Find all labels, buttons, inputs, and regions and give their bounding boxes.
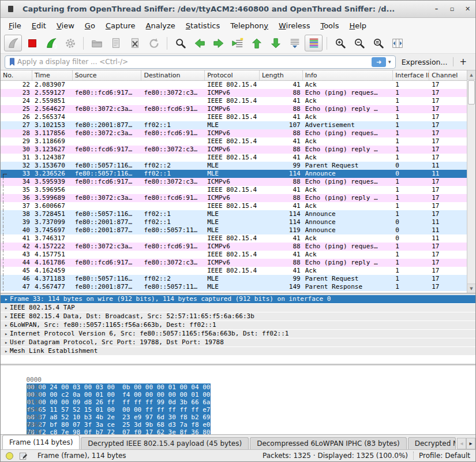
packet-row[interactable]: 42 4.157222 fe80::3072:c3a… fe80::fcd6:9… (1, 243, 467, 251)
menu-telephony[interactable]: Telephony (225, 19, 273, 32)
expander-icon[interactable]: ▸ (1, 295, 10, 303)
file-close-button[interactable] (126, 35, 144, 51)
column-header-proto[interactable]: Protocol (205, 70, 260, 80)
maximize-button[interactable]: ▫ (444, 3, 460, 16)
hex-bytes[interactable]: b8 37 a8 52 10 b3 4b 2e 23 e9 97 6d 30 f… (27, 413, 211, 421)
menu-go[interactable]: Go (80, 19, 100, 32)
expander-icon[interactable]: ▸ (1, 321, 10, 329)
hex-bytes[interactable]: f5 65 11 57 52 15 01 00 00 00 ff ff ff f… (27, 406, 211, 413)
packet-row[interactable]: 24 2.559851 IEEE 802.15.4 41 Ack 1 17 (1, 97, 467, 105)
packet-row[interactable]: 29 3.118669 IEEE 802.15.4 41 Ack 1 17 (1, 137, 467, 146)
packet-row[interactable]: 35 3.596956 IEEE 802.15.4 41 Ack 1 17 (1, 186, 467, 194)
file-open-button[interactable] (88, 35, 106, 51)
menu-edit[interactable]: Edit (27, 19, 51, 32)
go-to-packet-button[interactable] (228, 35, 246, 51)
zoom-in-button[interactable] (331, 35, 349, 51)
status-profile[interactable]: Profile: Default (419, 452, 470, 460)
go-first-button[interactable] (248, 35, 265, 51)
find-packet-button[interactable] (171, 35, 189, 51)
scrollbar-thumb[interactable] (468, 80, 475, 105)
packet-row[interactable]: 45 4.162459 IEEE 802.15.4 41 Ack 1 17 (1, 267, 467, 275)
detail-line[interactable]: ▸ 6LoWPAN, Src: fe80::5057:1165:f56a:663… (1, 321, 475, 329)
scrollbar-track[interactable] (467, 80, 475, 284)
column-header-len[interactable]: Length (260, 70, 303, 80)
packet-row[interactable]: 39 3.737099 fe80::2001:877… ff02::1 MLE … (1, 218, 467, 226)
packet-row[interactable]: 23 2.559127 fe80::fcd6:917… fe80::3072:c… (1, 89, 467, 97)
detail-line[interactable]: ▸ Internet Protocol Version 6, Src: fe80… (1, 330, 475, 338)
column-header-info[interactable]: Info (303, 70, 393, 80)
scrollbar-up-icon[interactable]: ▲ (467, 70, 475, 80)
expression-button[interactable]: Expression... (396, 58, 453, 66)
packet-row[interactable]: 22 2.083907 IEEE 802.15.4 41 Ack 1 17 (1, 81, 467, 89)
minimize-button[interactable]: – (429, 3, 444, 16)
go-forward-button[interactable] (209, 35, 227, 51)
column-header-no[interactable]: No. (1, 70, 32, 80)
packet-row[interactable]: 34 3.595939 fe80::fcd6:917… fe80::3072:c… (1, 178, 467, 186)
vertical-scrollbar[interactable]: ▲ ▼ (467, 70, 475, 293)
display-filter-box[interactable]: ➜ ▾ (5, 55, 396, 69)
go-back-button[interactable] (190, 35, 208, 51)
packet-row[interactable]: 41 3.746317 IEEE 802.15.4 41 Ack 0 11 (1, 234, 467, 243)
tab-scroll-left-icon[interactable]: ◂ (457, 438, 466, 449)
expander-icon[interactable]: ▸ (1, 347, 10, 355)
tab-scroll-right-icon[interactable]: ▸ (466, 438, 475, 449)
packet-row[interactable]: 30 3.123627 fe80::fcd6:917… fe80::3072:c… (1, 146, 467, 154)
detail-line[interactable]: ▸ IEEE 802.15.4 TAP (1, 304, 475, 312)
menu-view[interactable]: View (51, 19, 80, 32)
reload-button[interactable] (145, 35, 163, 51)
auto-scroll-button[interactable] (286, 35, 303, 51)
menu-analyze[interactable]: Analyze (141, 19, 181, 32)
hex-bytes[interactable]: 01 00 00 00 09 d8 26 ff ff ff ff 99 0d 3… (27, 398, 211, 406)
packet-row[interactable]: 36 3.599689 fe80::3072:c3a… fe80::fcd6:9… (1, 194, 467, 202)
packet-row[interactable]: 28 3.117856 fe80::3072:c3a… fe80::fcd6:9… (1, 129, 467, 137)
hex-bytes[interactable]: 78 f2 c8 7e 98 0f b7 72 07 f0 17 62 3e 8… (27, 429, 211, 435)
packet-row[interactable]: 37 3.600667 IEEE 802.15.4 41 Ack 1 17 (1, 202, 467, 210)
zoom-out-button[interactable] (350, 35, 368, 51)
detail-line[interactable]: ▸ Frame 33: 114 bytes on wire (912 bits)… (1, 295, 475, 303)
column-header-time[interactable]: Time (32, 70, 73, 80)
colorize-button[interactable] (305, 35, 323, 51)
packet-row[interactable]: 46 4.371183 fe80::5057:116… ff02::2 MLE … (1, 275, 467, 283)
go-last-button[interactable] (267, 35, 284, 51)
detail-line[interactable]: ▸ Mesh Link Establishment (1, 347, 475, 355)
column-header-chan[interactable]: Channel (429, 70, 467, 80)
packet-row[interactable]: 43 4.157751 IEEE 802.15.4 41 Ack 1 17 (1, 251, 467, 259)
detail-line[interactable]: ▸ User Datagram Protocol, Src Port: 1978… (1, 338, 475, 346)
expander-icon[interactable]: ▸ (1, 338, 10, 346)
packet-row[interactable]: 40 3.745697 fe80::2001:877… fe80::5057:1… (1, 226, 467, 234)
packet-row[interactable]: 44 4.161786 fe80::fcd6:917… fe80::3072:c… (1, 259, 467, 267)
packet-row[interactable]: 27 3.102153 fe80::2001:877… ff02::1 MLE … (1, 121, 467, 129)
column-header-iface[interactable]: Interface ID (393, 70, 429, 80)
packet-row[interactable]: 47 4.567477 fe80::2001:877… fe80::5057:1… (1, 283, 467, 291)
menu-file[interactable]: File (3, 19, 27, 32)
expander-icon[interactable]: ▸ (1, 330, 10, 338)
zoom-original-button[interactable] (369, 35, 387, 51)
expander-icon[interactable]: ▸ (1, 304, 10, 312)
add-filter-button[interactable]: + (453, 57, 471, 67)
file-save-button[interactable] (107, 35, 125, 51)
byte-view-tab[interactable]: Decompressed 6LoWPAN IPHC (83 bytes) (250, 437, 407, 449)
menu-help[interactable]: Help (344, 19, 372, 32)
hex-bytes[interactable]: 73 27 bf 80 07 3f 3a ce 25 3d 9b 68 d3 7… (27, 421, 211, 429)
hex-line[interactable]: 0000 00 00 24 00 03 00 03 00 0b 00 00 00… (11, 368, 475, 376)
packet-row[interactable]: 38 3.728451 fe80::5057:116… ff02::1 MLE … (1, 210, 467, 218)
menu-statistics[interactable]: Statistics (181, 19, 225, 32)
packet-row[interactable]: 33 3.236526 fe80::5057:116… ff02::1 MLE … (1, 170, 467, 178)
menu-wireless[interactable]: Wireless (273, 19, 315, 32)
apply-filter-button[interactable]: ➜ (372, 57, 386, 67)
capture-comment-icon[interactable] (19, 452, 28, 460)
menu-tools[interactable]: Tools (315, 19, 344, 32)
close-button[interactable]: ✕ (460, 3, 475, 16)
filter-bookmark-icon[interactable] (7, 57, 17, 66)
expert-info-icon[interactable] (6, 452, 13, 460)
packet-row[interactable]: 31 3.124387 IEEE 802.15.4 41 Ack 1 17 (1, 154, 467, 162)
resize-columns-button[interactable] (388, 35, 406, 51)
hex-bytes[interactable]: 00 00 00 c2 0a 00 01 00 f4 00 00 00 00 0… (27, 391, 211, 398)
capture-stop-button[interactable] (23, 35, 41, 51)
packet-row[interactable]: 32 3.153670 fe80::5057:116… ff02::2 MLE … (1, 162, 467, 170)
packet-row[interactable]: 26 2.565374 IEEE 802.15.4 41 Ack 1 17 (1, 113, 467, 121)
detail-line[interactable]: ▸ IEEE 802.15.4 Data, Dst: Broadcast, Sr… (1, 312, 475, 321)
expander-icon[interactable]: ▸ (1, 312, 10, 321)
hex-bytes[interactable]: 00 00 24 00 03 00 03 00 0b 00 00 00 01 0… (27, 383, 211, 391)
filter-history-caret-icon[interactable]: ▾ (386, 59, 393, 65)
